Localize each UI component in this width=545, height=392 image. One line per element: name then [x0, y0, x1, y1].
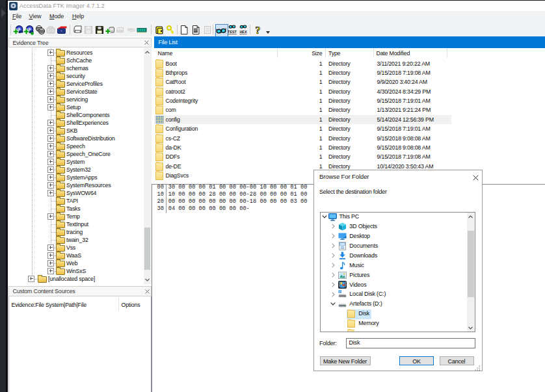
- svg-text:HEX: HEX: [239, 30, 246, 34]
- svg-text:TEST: TEST: [228, 30, 237, 34]
- svg-text:?: ?: [256, 25, 261, 35]
